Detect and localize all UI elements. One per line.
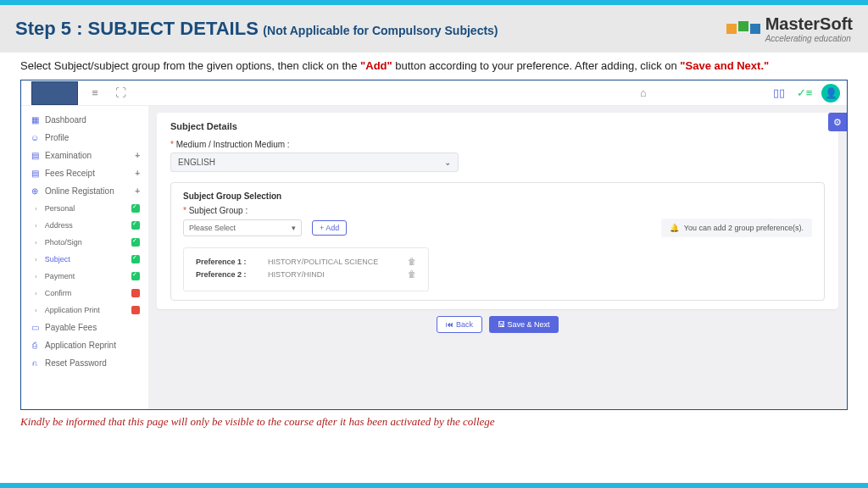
trash-icon[interactable]: 🗑 [408, 257, 416, 266]
sidebar-icon: ▤ [30, 169, 40, 178]
page-title: Step 5 : SUBJECT DETAILS (Not Applicable… [15, 18, 498, 40]
instr-mid: button according to your preference. Aft… [392, 59, 681, 72]
chevron-right-icon: › [35, 273, 37, 280]
subject-details-card: Subject Details * Medium / Instruction M… [157, 113, 838, 309]
group-selection-box: Subject Group Selection * Subject Group … [170, 182, 825, 301]
fullscreen-icon[interactable]: ⛶ [112, 85, 129, 102]
expand-icon: + [135, 151, 140, 160]
save-next-button[interactable]: 🖫 Save & Next [489, 316, 559, 333]
medium-value: ENGLISH [178, 158, 215, 167]
sidebar-sub-item[interactable]: ›Personal [21, 200, 148, 217]
sidebar-icon: ☺ [30, 133, 40, 142]
chevron-right-icon: › [35, 256, 37, 263]
sidebar-sub-item[interactable]: ›Payment [21, 268, 148, 285]
trash-icon[interactable]: 🗑 [408, 269, 416, 279]
sidebar-item[interactable]: ▭Payable Fees [21, 319, 148, 336]
preference-label: Preference 1 : [196, 258, 259, 266]
sidebar-item-label: Dashboard [45, 115, 140, 125]
app-body: ▦Dashboard☺Profile▤Examination+▤Fees Rec… [21, 106, 847, 409]
status-check-icon [131, 272, 140, 280]
menu-icon[interactable]: ≡ [86, 85, 103, 102]
chevron-right-icon: › [35, 205, 37, 213]
sidebar-sub-label: Address [45, 221, 126, 230]
sidebar-sub-label: Personal [45, 204, 126, 213]
sidebar-icon: ▤ [30, 151, 40, 160]
alert-text: You can add 2 group preference(s). [684, 224, 804, 232]
main-content: ⚙ Subject Details * Medium / Instruction… [148, 106, 847, 409]
instr-add: "Add" [360, 59, 392, 72]
chevron-right-icon: › [35, 307, 37, 314]
sidebar-item[interactable]: ⊕Online Registation+ [21, 182, 148, 200]
app-frame: ≡ ⛶ ⌂ ▯▯ ✓≡ 👤 ▦Dashboard☺Profile▤Examina… [20, 80, 848, 410]
preference-label: Preference 2 : [196, 270, 259, 279]
action-buttons: ⏮ Back 🖫 Save & Next [157, 316, 838, 333]
preference-row: Preference 2 :HISTORY/HINDI🗑 [196, 269, 416, 279]
sidebar-item[interactable]: ⎌Reset Password [21, 354, 148, 372]
sidebar-item[interactable]: ⎙Application Reprint [21, 336, 148, 354]
group-label: * Subject Group : [183, 206, 812, 215]
status-check-icon [131, 255, 140, 263]
sidebar: ▦Dashboard☺Profile▤Examination+▤Fees Rec… [21, 106, 148, 409]
logo-squares-icon [726, 24, 760, 34]
sidebar-item-label: Examination [45, 151, 130, 160]
sidebar-sub-item[interactable]: ›Confirm [21, 285, 148, 302]
sidebar-sub-item[interactable]: ›Photo/Sign [21, 234, 148, 251]
expand-icon: + [135, 169, 140, 178]
brand-name: MasterSoft [765, 14, 853, 34]
avatar[interactable]: 👤 [821, 84, 840, 103]
sidebar-sub-item[interactable]: ›Address [21, 217, 148, 234]
sidebar-sub-label: Subject [45, 255, 126, 263]
preference-value: HISTORY/HINDI [268, 270, 399, 279]
sidebar-sub-label: Confirm [45, 289, 126, 297]
status-check-icon [131, 306, 140, 314]
sidebar-item[interactable]: ▤Fees Receipt+ [21, 164, 148, 182]
gear-icon[interactable]: ⚙ [828, 113, 847, 131]
sidebar-icon: ⎌ [30, 358, 40, 368]
app-topbar: ≡ ⛶ ⌂ ▯▯ ✓≡ 👤 [21, 80, 847, 106]
chevron-down-icon: ⌄ [444, 158, 451, 167]
sidebar-item[interactable]: ▤Examination+ [21, 147, 148, 164]
sidebar-sub-label: Photo/Sign [45, 238, 126, 247]
chevron-right-icon: › [35, 222, 37, 230]
sidebar-item-label: Payable Fees [45, 323, 140, 332]
status-check-icon [131, 204, 140, 213]
home-icon[interactable]: ⌂ [635, 85, 652, 102]
expand-icon: + [135, 186, 140, 196]
back-button[interactable]: ⏮ Back [437, 316, 482, 333]
sidebar-item-label: Online Registation [45, 186, 130, 196]
card-title: Subject Details [170, 121, 825, 131]
group-placeholder: Please Select [189, 224, 236, 232]
page-header: Step 5 : SUBJECT DETAILS (Not Applicable… [0, 5, 868, 53]
sidebar-item[interactable]: ☺Profile [21, 129, 148, 147]
add-button[interactable]: + Add [312, 220, 347, 236]
step-subtitle: (Not Applicable for Compulsory Subjects) [263, 24, 498, 37]
medium-select[interactable]: ENGLISH ⌄ [170, 152, 459, 172]
sidebar-item-label: Reset Password [45, 358, 140, 368]
sidebar-sub-item[interactable]: ›Subject [21, 251, 148, 268]
checklist-icon[interactable]: ✓≡ [796, 85, 813, 102]
sidebar-item-label: Application Reprint [45, 341, 140, 350]
preference-alert: 🔔 You can add 2 group preference(s). [661, 219, 812, 237]
chevron-right-icon: › [35, 290, 37, 297]
book-icon[interactable]: ▯▯ [771, 85, 787, 102]
group-title: Subject Group Selection [183, 191, 812, 201]
sidebar-item[interactable]: ▦Dashboard [21, 111, 148, 129]
sidebar-sub-label: Application Print [45, 306, 126, 314]
preference-value: HISTORY/POLITICAL SCIENCE [268, 258, 399, 266]
sidebar-item-label: Fees Receipt [45, 169, 130, 178]
sidebar-item-label: Profile [45, 133, 140, 142]
status-check-icon [131, 289, 140, 297]
chevron-right-icon: › [35, 239, 37, 247]
instruction-text: Select Subject/subject group from the gi… [0, 53, 868, 80]
sidebar-sub-item[interactable]: ›Application Print [21, 302, 148, 319]
chevron-down-icon: ▾ [292, 224, 296, 232]
preferences-box: Preference 1 :HISTORY/POLITICAL SCIENCE🗑… [183, 247, 429, 291]
sidebar-icon: ▭ [30, 323, 40, 332]
sidebar-icon: ⊕ [30, 186, 40, 196]
group-select[interactable]: Please Select ▾ [183, 219, 302, 236]
status-check-icon [131, 238, 140, 247]
bell-icon: 🔔 [670, 224, 679, 232]
sidebar-icon: ⎙ [30, 341, 40, 350]
brand-tagline: Accelerating education [765, 34, 853, 43]
app-logo-placeholder [31, 81, 78, 105]
